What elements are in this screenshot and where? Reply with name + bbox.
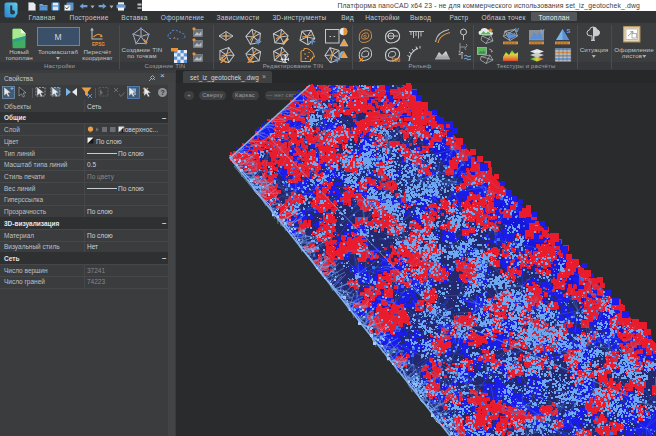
svg-text:V: V (515, 27, 519, 33)
svg-text:EPSG: EPSG (92, 41, 105, 46)
svg-text:V: V (541, 28, 545, 34)
svg-text:S: S (567, 28, 571, 34)
svg-text:100: 100 (391, 56, 400, 62)
svg-text:?: ? (160, 89, 164, 96)
